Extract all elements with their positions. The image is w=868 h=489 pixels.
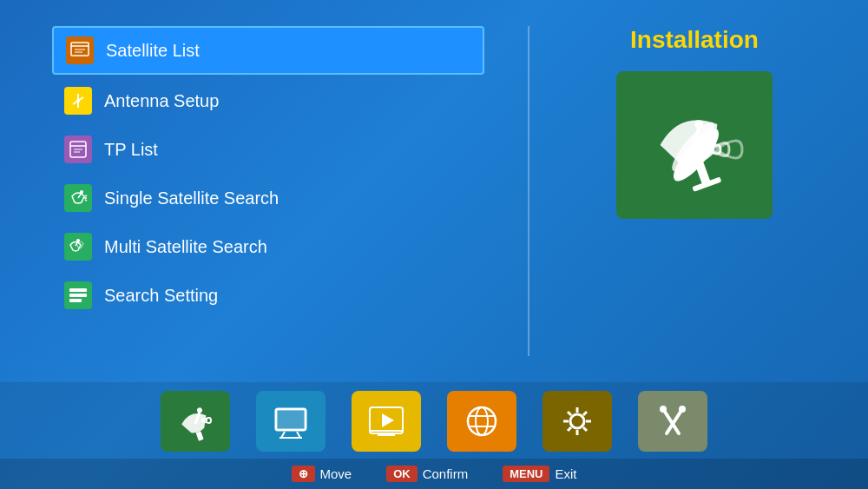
search-setting-icon xyxy=(64,281,92,309)
svg-line-49 xyxy=(568,412,571,415)
svg-rect-20 xyxy=(69,294,87,297)
svg-line-34 xyxy=(297,432,300,438)
menu-item-satellite-list[interactable]: Satellite List xyxy=(52,26,484,75)
svg-marker-37 xyxy=(382,413,394,427)
svg-rect-30 xyxy=(196,431,204,440)
satellite-bottom-button[interactable] xyxy=(161,391,230,452)
svg-line-50 xyxy=(583,427,587,431)
search-setting-label: Search Setting xyxy=(104,286,218,306)
footer-exit: MENU Exit xyxy=(503,466,576,482)
satellite-preview-svg xyxy=(629,84,760,206)
tools-bottom-button[interactable] xyxy=(638,391,707,452)
bottom-icons-bar xyxy=(0,382,868,459)
globe-bottom-button[interactable] xyxy=(447,391,516,452)
satellite-list-icon xyxy=(66,36,94,64)
footer-confirm: OK Confirm xyxy=(386,466,468,482)
satellite-preview xyxy=(616,71,773,219)
confirm-label: Confirm xyxy=(423,466,469,481)
multi-satellite-search-label: Multi Satellite Search xyxy=(104,237,267,257)
antenna-setup-label: Antenna Setup xyxy=(104,91,219,111)
svg-point-41 xyxy=(476,407,488,435)
settings-bottom-button[interactable] xyxy=(542,391,612,452)
single-satellite-search-label: Single Satellite Search xyxy=(104,188,279,208)
menu-item-tp-list[interactable]: TP List xyxy=(52,127,484,172)
svg-point-56 xyxy=(679,406,686,413)
satellite-list-label: Satellite List xyxy=(106,41,200,61)
tv-bottom-button[interactable] xyxy=(256,391,326,452)
right-section: Installation xyxy=(573,26,816,356)
move-badge: ⊕ xyxy=(292,466,315,482)
menu-item-antenna-setup[interactable]: Antenna Setup xyxy=(52,78,484,123)
tp-list-label: TP List xyxy=(104,140,158,160)
multi-satellite-search-icon xyxy=(64,233,92,261)
single-satellite-search-icon xyxy=(64,184,92,212)
media-bottom-button[interactable] xyxy=(352,391,421,452)
svg-point-55 xyxy=(660,406,667,413)
content-area: Satellite List Antenna Setup TP List Sin… xyxy=(0,0,868,382)
exit-label: Exit xyxy=(555,466,576,481)
menu-item-single-satellite-search[interactable]: Single Satellite Search xyxy=(52,175,484,221)
svg-point-44 xyxy=(570,414,584,428)
antenna-setup-icon xyxy=(64,87,92,115)
svg-line-33 xyxy=(281,432,285,438)
svg-line-16 xyxy=(85,200,87,201)
menu-section: Satellite List Antenna Setup TP List Sin… xyxy=(52,26,484,356)
installation-title: Installation xyxy=(630,26,759,54)
menu-item-search-setting[interactable]: Search Setting xyxy=(52,273,484,318)
menu-badge: MENU xyxy=(503,466,549,482)
svg-rect-32 xyxy=(278,411,304,428)
tp-list-icon xyxy=(64,135,92,163)
footer-bar: ⊕ Move OK Confirm MENU Exit xyxy=(0,459,868,489)
svg-line-15 xyxy=(85,195,87,196)
svg-point-7 xyxy=(76,99,80,102)
divider xyxy=(528,26,529,356)
svg-rect-21 xyxy=(69,299,82,302)
ok-badge: OK xyxy=(386,466,418,482)
svg-line-51 xyxy=(583,412,587,415)
svg-point-13 xyxy=(80,190,83,194)
svg-line-52 xyxy=(568,427,571,431)
svg-rect-19 xyxy=(69,288,87,292)
svg-point-29 xyxy=(196,406,203,413)
svg-point-40 xyxy=(468,407,496,435)
main-container: Satellite List Antenna Setup TP List Sin… xyxy=(0,0,868,489)
footer-move: ⊕ Move xyxy=(292,466,352,482)
move-label: Move xyxy=(320,466,352,481)
menu-item-multi-satellite-search[interactable]: Multi Satellite Search xyxy=(52,224,484,269)
